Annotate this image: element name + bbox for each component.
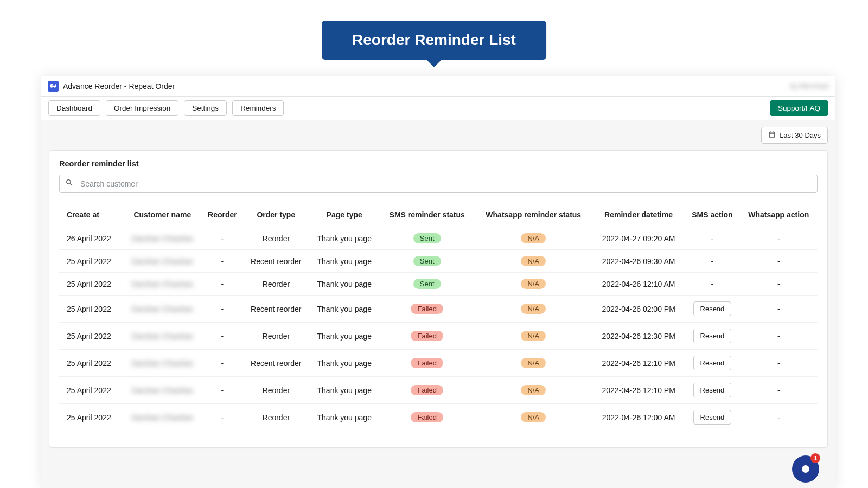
col-whatsapp-action: Whatsapp action [740, 205, 818, 227]
cell-reminder-datetime: 2022-04-26 12:10 PM [592, 350, 685, 377]
cell-sms-status: Failed [380, 350, 475, 377]
cell-whatsapp-action: - [740, 273, 818, 296]
col-sms-action: SMS action [685, 205, 739, 227]
table-row: 25 April 2022Darshan Chauhan-ReorderThan… [59, 323, 818, 350]
nav-order-impression[interactable]: Order Impression [106, 100, 178, 116]
customer-name-blurred: Darshan Chauhan [131, 332, 193, 341]
whatsapp-status-badge: N/A [521, 358, 546, 368]
cell-reorder: - [202, 350, 243, 377]
app-frame: Advance Reorder - Repeat Order by Mercha… [41, 76, 835, 488]
col-create-at: Create at [59, 205, 123, 227]
nav-settings[interactable]: Settings [184, 100, 227, 116]
cell-sms-status: Sent [380, 227, 475, 250]
resend-button[interactable]: Resend [693, 356, 732, 370]
cell-order-type: Reorder [243, 404, 309, 431]
customer-name-blurred: Darshan Chauhan [131, 234, 193, 243]
search-input[interactable] [80, 179, 812, 188]
cell-whatsapp-status: N/A [475, 404, 592, 431]
customer-name-blurred: Darshan Chauhan [131, 305, 193, 313]
cell-customer-name: Darshan Chauhan [123, 273, 202, 296]
search-wrapper [59, 175, 818, 193]
nav-dashboard[interactable]: Dashboard [48, 100, 100, 116]
cell-page-type: Thank you page [309, 323, 380, 350]
cell-page-type: Thank you page [309, 350, 380, 377]
cell-reorder: - [202, 323, 243, 350]
date-filter-button[interactable]: Last 30 Days [761, 127, 828, 144]
sms-status-badge: Failed [411, 358, 443, 368]
cell-reminder-datetime: 2022-04-26 12:10 AM [592, 273, 685, 296]
cell-order-type: Reorder [243, 273, 309, 296]
chat-widget[interactable]: 1 [792, 455, 819, 483]
col-whatsapp-status: Whatsapp reminder status [475, 205, 592, 227]
cell-whatsapp-action: - [740, 296, 818, 323]
sms-status-badge: Failed [411, 304, 443, 314]
col-order-type: Order type [243, 205, 309, 227]
cell-sms-action: Resend [685, 377, 739, 404]
cell-whatsapp-action: - [740, 404, 818, 431]
cell-sms-action: Resend [685, 323, 739, 350]
cell-whatsapp-status: N/A [475, 377, 592, 404]
date-filter-label: Last 30 Days [780, 131, 821, 139]
whatsapp-status-badge: N/A [521, 233, 546, 243]
nav-reminders[interactable]: Reminders [232, 100, 284, 116]
resend-button[interactable]: Resend [693, 383, 732, 397]
sms-status-badge: Sent [413, 279, 441, 289]
resend-button[interactable]: Resend [693, 410, 732, 425]
cell-customer-name: Darshan Chauhan [123, 404, 202, 431]
cell-page-type: Thank you page [309, 404, 380, 431]
cell-reorder: - [202, 404, 243, 431]
table-row: 25 April 2022Darshan Chauhan-Recent reor… [59, 296, 818, 323]
cell-whatsapp-status: N/A [475, 273, 592, 296]
cell-reminder-datetime: 2022-04-26 12:30 PM [592, 323, 685, 350]
cell-sms-action: - [685, 250, 739, 273]
chat-icon [802, 465, 809, 473]
cell-whatsapp-action: - [740, 377, 818, 404]
cell-customer-name: Darshan Chauhan [123, 296, 202, 323]
sms-status-badge: Failed [411, 385, 443, 395]
whatsapp-status-badge: N/A [521, 385, 546, 395]
whatsapp-status-badge: N/A [521, 304, 546, 314]
cell-whatsapp-action: - [740, 323, 818, 350]
whatsapp-status-badge: N/A [521, 279, 546, 289]
table-row: 25 April 2022Darshan Chauhan-Recent reor… [59, 250, 818, 273]
cell-whatsapp-action: - [740, 250, 818, 273]
cell-whatsapp-action: - [740, 227, 818, 250]
calendar-icon [768, 131, 776, 140]
cell-whatsapp-action: - [740, 350, 818, 377]
cell-page-type: Thank you page [309, 377, 380, 404]
whatsapp-status-badge: N/A [521, 412, 546, 422]
nav-support-faq[interactable]: Support/FAQ [770, 100, 828, 116]
cell-sms-status: Sent [380, 273, 475, 296]
cell-whatsapp-status: N/A [475, 296, 592, 323]
cell-sms-status: Failed [380, 323, 475, 350]
cell-create-at: 25 April 2022 [59, 377, 123, 404]
date-filter-row: Last 30 Days [49, 127, 828, 144]
cell-sms-status: Failed [380, 404, 475, 431]
cell-sms-action: Resend [685, 296, 739, 323]
cell-sms-action: - [685, 273, 739, 296]
resend-button[interactable]: Resend [693, 301, 732, 316]
cell-create-at: 25 April 2022 [59, 404, 123, 431]
callout-bubble: Reorder Reminder List [322, 21, 546, 60]
nav-bar: Dashboard Order Impression Settings Remi… [41, 97, 835, 120]
cell-customer-name: Darshan Chauhan [123, 227, 202, 250]
col-sms-status: SMS reminder status [380, 205, 475, 227]
cell-customer-name: Darshan Chauhan [123, 377, 202, 404]
sms-status-badge: Failed [411, 412, 443, 422]
cell-page-type: Thank you page [309, 227, 380, 250]
sms-status-badge: Sent [413, 233, 441, 243]
cell-customer-name: Darshan Chauhan [123, 350, 202, 377]
table-row: 26 April 2022Darshan Chauhan-ReorderThan… [59, 227, 818, 250]
card-title: Reorder reminder list [59, 159, 818, 168]
cell-create-at: 25 April 2022 [59, 350, 123, 377]
cell-customer-name: Darshan Chauhan [123, 323, 202, 350]
cell-create-at: 25 April 2022 [59, 296, 123, 323]
resend-button[interactable]: Resend [693, 329, 732, 343]
cell-whatsapp-status: N/A [475, 350, 592, 377]
cell-create-at: 25 April 2022 [59, 323, 123, 350]
table-row: 25 April 2022Darshan Chauhan-ReorderThan… [59, 377, 818, 404]
cell-order-type: Reorder [243, 323, 309, 350]
cell-sms-status: Failed [380, 296, 475, 323]
cell-reorder: - [202, 250, 243, 273]
top-bar: Advance Reorder - Repeat Order by Mercha… [41, 76, 835, 97]
